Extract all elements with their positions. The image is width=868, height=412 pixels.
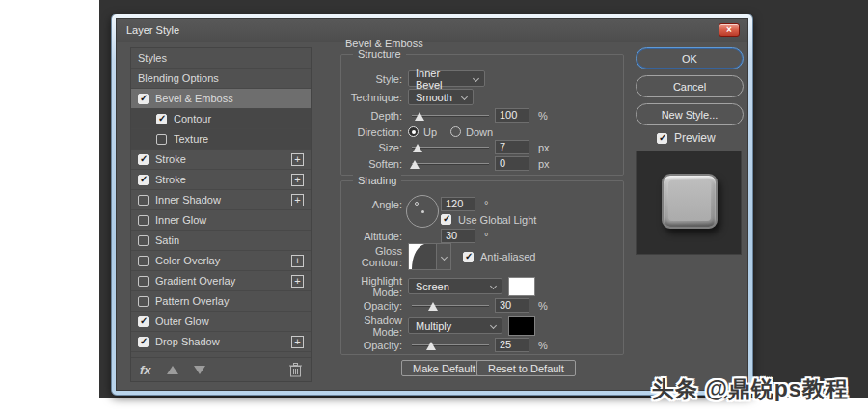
sidebar-item-stroke-2[interactable]: Stroke — [131, 170, 311, 190]
add-effect-icon[interactable] — [291, 255, 304, 267]
move-up-icon[interactable] — [167, 366, 178, 374]
checkbox[interactable] — [138, 94, 149, 104]
shadow-color-swatch[interactable] — [508, 316, 535, 336]
technique-dropdown[interactable]: Smooth — [408, 89, 474, 105]
checkbox[interactable] — [138, 175, 149, 185]
checkbox[interactable] — [138, 337, 149, 347]
move-down-icon[interactable] — [194, 366, 205, 374]
sidebar-item-inner-glow[interactable]: Inner Glow — [131, 210, 311, 231]
soften-input[interactable]: 0 — [495, 156, 529, 171]
sidebar-item-color-overlay[interactable]: Color Overlay — [131, 251, 311, 271]
checkbox[interactable] — [156, 134, 167, 145]
shadow-mode-dropdown[interactable]: Multiply — [408, 317, 502, 334]
sidebar-item-gradient-overlay[interactable]: Gradient Overlay — [131, 271, 311, 291]
size-slider[interactable] — [412, 141, 489, 154]
checkbox[interactable] — [138, 195, 149, 206]
new-style-button[interactable]: New Style... — [636, 103, 744, 125]
use-global-light-checkbox[interactable] — [441, 214, 451, 225]
sidebar-item-drop-shadow[interactable]: Drop Shadow — [131, 332, 311, 352]
delete-effect-icon[interactable] — [289, 363, 302, 377]
opacity-label: Opacity: — [334, 340, 408, 351]
style-row: Style: Inner Bevel — [334, 70, 485, 87]
shadow-opacity-slider[interactable] — [412, 339, 489, 352]
sidebar-item-inner-shadow[interactable]: Inner Shadow — [131, 190, 311, 210]
slider-knob[interactable] — [426, 342, 436, 350]
direction-row: Direction: Up Down — [334, 124, 506, 140]
size-unit: px — [538, 142, 550, 153]
preview-checkbox[interactable] — [657, 133, 667, 144]
fx-icon[interactable]: fx — [140, 363, 151, 377]
highlight-mode-value: Screen — [416, 281, 449, 292]
ok-button[interactable]: OK — [636, 47, 744, 69]
sidebar-item-contour[interactable]: Contour — [131, 109, 311, 129]
style-dropdown[interactable]: Inner Bevel — [408, 70, 485, 87]
make-default-button[interactable]: Make Default — [401, 360, 487, 376]
shadow-opacity-input[interactable]: 25 — [495, 338, 529, 352]
close-icon[interactable]: × — [719, 23, 740, 37]
depth-label: Depth: — [334, 110, 408, 122]
add-effect-icon[interactable] — [291, 336, 304, 348]
shadow-mode-row: Shadow Mode: Multiply — [334, 317, 535, 334]
sidebar-item-bevel-emboss[interactable]: Bevel & Emboss — [131, 89, 311, 109]
sidebar-item-label: Gradient Overlay — [155, 275, 235, 287]
soften-slider[interactable] — [412, 157, 489, 171]
sidebar-item-blending-options[interactable]: Blending Options — [131, 69, 311, 89]
checkbox[interactable] — [138, 235, 149, 246]
sidebar-item-styles[interactable]: Styles — [131, 48, 311, 69]
slider-knob[interactable] — [415, 112, 424, 121]
add-effect-icon[interactable] — [291, 174, 304, 186]
checkbox[interactable] — [138, 296, 149, 307]
checkbox[interactable] — [138, 316, 149, 327]
anti-aliased-checkbox[interactable] — [463, 252, 474, 262]
slider-track — [412, 344, 489, 346]
sidebar-item-texture[interactable]: Texture — [131, 129, 311, 150]
soften-unit: px — [538, 158, 550, 170]
sidebar-item-outer-glow[interactable]: Outer Glow — [131, 312, 311, 332]
highlight-opacity-input[interactable]: 30 — [495, 298, 529, 313]
sidebar-item-label: Stroke — [155, 174, 186, 185]
angle-input[interactable]: 120 — [441, 197, 475, 211]
styles-sidebar: Styles Blending Options Bevel & Emboss C… — [130, 47, 312, 382]
sidebar-item-stroke-1[interactable]: Stroke — [131, 150, 311, 170]
reset-to-default-button[interactable]: Reset to Default — [476, 360, 576, 376]
highlight-color-swatch[interactable] — [508, 277, 535, 296]
add-effect-icon[interactable] — [291, 275, 304, 288]
depth-input[interactable]: 100 — [495, 108, 529, 123]
checkbox[interactable] — [138, 215, 149, 226]
gloss-contour-thumbnail[interactable] — [408, 243, 437, 270]
highlight-opacity-row: Opacity: 30 % — [334, 297, 548, 314]
chevron-down-icon — [441, 254, 448, 261]
shadow-mode-value: Multiply — [416, 320, 451, 332]
sidebar-item-label: Drop Shadow — [155, 336, 220, 347]
altitude-input[interactable]: 30 — [441, 229, 475, 243]
direction-down-radio[interactable] — [450, 126, 461, 137]
cancel-button[interactable]: Cancel — [636, 75, 744, 97]
sidebar-item-satin[interactable]: Satin — [131, 231, 311, 251]
gloss-contour-picker[interactable] — [437, 243, 451, 270]
opacity-unit: % — [538, 340, 548, 351]
checkbox[interactable] — [138, 276, 149, 287]
titlebar[interactable]: Layer Style × — [117, 19, 747, 42]
checkbox[interactable] — [138, 256, 149, 266]
direction-up-radio[interactable] — [408, 126, 419, 137]
sidebar-item-pattern-overlay[interactable]: Pattern Overlay — [131, 291, 311, 312]
slider-knob[interactable] — [428, 302, 438, 311]
checkbox[interactable] — [156, 114, 167, 124]
highlight-opacity-slider[interactable] — [412, 299, 489, 313]
slider-knob[interactable] — [410, 160, 420, 169]
checkbox[interactable] — [138, 154, 149, 165]
opacity-unit: % — [538, 300, 548, 312]
altitude-unit: ° — [484, 231, 488, 242]
highlight-mode-row: Highlight Mode: Screen — [334, 278, 535, 294]
size-input[interactable]: 7 — [495, 140, 529, 154]
sidebar-item-label: Contour — [174, 113, 211, 124]
add-effect-icon[interactable] — [291, 153, 304, 166]
slider-knob[interactable] — [413, 144, 422, 152]
preview-toggle[interactable]: Preview — [657, 131, 716, 145]
add-effect-icon[interactable] — [291, 194, 304, 206]
direction-label: Direction: — [334, 126, 408, 138]
highlight-mode-dropdown[interactable]: Screen — [408, 278, 502, 294]
depth-slider[interactable] — [412, 109, 489, 123]
sidebar-item-label: Satin — [155, 234, 179, 246]
sidebar-item-label: Stroke — [155, 153, 186, 165]
